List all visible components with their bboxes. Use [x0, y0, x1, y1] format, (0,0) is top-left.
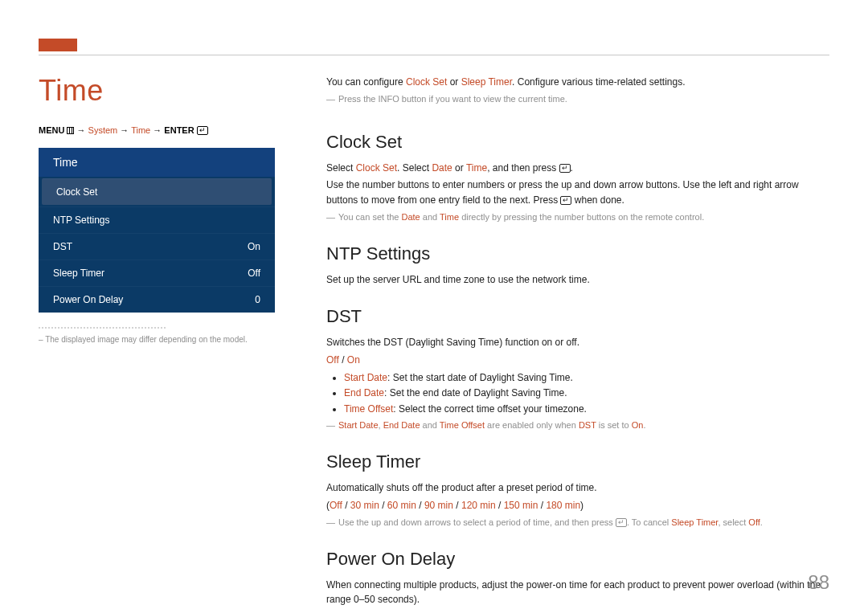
note-text: Start Date, End Date and Time Offset are…: [338, 419, 645, 432]
note-text: You can set the Date and Time directly b…: [338, 210, 704, 224]
text: , select: [718, 517, 748, 527]
menu-item-ntp-settings[interactable]: NTP Settings: [39, 206, 275, 233]
dst-bullet-list: Start Date: Set the start date of Daylig…: [344, 370, 829, 417]
text-hl: End Date: [344, 387, 384, 398]
sleep-option: Off: [330, 500, 342, 511]
text-hl: Start Date: [344, 372, 387, 383]
text: . To cancel: [627, 517, 671, 527]
text-hl: Time: [440, 212, 459, 222]
intro-note: ― Press the INFO button if you want to v…: [326, 92, 829, 106]
text-hl: Off: [748, 517, 760, 527]
menu-item-sleep-timer[interactable]: Sleep Timer Off: [39, 260, 275, 286]
text: /: [339, 354, 347, 366]
dash-icon: ―: [326, 516, 335, 529]
text-hl: Clock Set: [406, 76, 447, 88]
menu-item-label: Clock Set: [56, 186, 97, 198]
text-hl: Time Offset: [440, 420, 485, 430]
text: when done.: [571, 194, 624, 206]
sleep-option: 60 min: [387, 500, 416, 511]
sleep-note: ― Use the up and down arrows to select a…: [326, 516, 829, 529]
enter-icon: ↵: [616, 518, 627, 527]
breadcrumb-enter-label: ENTER: [164, 125, 194, 135]
page-number: 88: [808, 571, 829, 594]
enter-icon: ↵: [559, 164, 571, 173]
menu-item-value: Off: [248, 268, 260, 279]
clock-set-p1: Select Clock Set. Select Date or Time, a…: [326, 161, 829, 176]
menu-item-value: On: [248, 241, 260, 252]
sleep-options: (Off / 30 min / 60 min / 90 min / 120 mi…: [326, 498, 829, 513]
clock-set-p2: Use the number buttons to enter numbers …: [326, 178, 829, 207]
text: Use the up and down arrows to select a p…: [338, 517, 616, 527]
menu-item-dst[interactable]: DST On: [39, 233, 275, 260]
text: You can configure: [326, 76, 406, 88]
dst-p1: Switches the DST (Daylight Saving Time) …: [326, 335, 829, 350]
left-column: Time MENU → System → Time → ENTER ↵ Time…: [39, 74, 275, 589]
list-item: Time Offset: Select the correct time off…: [344, 402, 829, 417]
right-column: You can configure Clock Set or Sleep Tim…: [326, 74, 829, 589]
enter-icon: ↵: [560, 196, 571, 205]
menu-header: Time: [39, 148, 275, 177]
breadcrumb-time: Time: [131, 125, 150, 135]
menu-panel: Time Clock Set NTP Settings DST On Sleep…: [39, 148, 275, 313]
power-delay-p1: When connecting multiple products, adjus…: [326, 578, 829, 607]
dst-toggle: Off / On: [326, 353, 829, 368]
dash-icon: ―: [326, 419, 335, 432]
sleep-option: 90 min: [424, 500, 453, 511]
menu-item-label: Sleep Timer: [53, 268, 104, 279]
text: are enabled only when: [485, 420, 579, 430]
menu-icon: [67, 127, 74, 134]
breadcrumb-system: System: [88, 125, 118, 135]
note-text: Use the up and down arrows to select a p…: [338, 516, 763, 529]
text: : Select the correct time offset your ti…: [393, 403, 587, 415]
text-hl: DST: [579, 420, 596, 430]
sleep-option: 120 min: [461, 500, 496, 511]
text: or: [447, 76, 461, 88]
breadcrumb-menu-label: MENU: [39, 125, 64, 135]
text: : Set the end date of Daylight Saving Ti…: [384, 387, 567, 398]
text: .: [643, 420, 645, 430]
text-hl: Time Offset: [344, 403, 393, 415]
breadcrumb: MENU → System → Time → ENTER ↵: [39, 125, 275, 135]
text-hl: On: [347, 354, 360, 366]
text: .: [571, 162, 573, 174]
intro-line: You can configure Clock Set or Sleep Tim…: [326, 75, 829, 90]
heading-power-on-delay: Power On Delay: [326, 546, 829, 573]
text: is set to: [596, 420, 632, 430]
menu-item-label: DST: [53, 241, 72, 252]
text-hl: On: [632, 420, 644, 430]
text: : Set the start date of Daylight Saving …: [387, 372, 573, 383]
dash-icon: ―: [326, 92, 335, 106]
text-hl: Date: [432, 162, 452, 174]
menu-item-clock-set[interactable]: Clock Set: [42, 178, 272, 205]
list-item: End Date: Set the end date of Daylight S…: [344, 386, 829, 401]
text: or: [452, 162, 466, 174]
text: Select: [326, 162, 356, 174]
text-hl: Clock Set: [356, 162, 397, 174]
text: . Select: [397, 162, 432, 174]
list-item: Start Date: Set the start date of Daylig…: [344, 370, 829, 386]
text-hl: End Date: [383, 420, 420, 430]
menu-item-power-on-delay[interactable]: Power On Delay 0: [39, 286, 275, 313]
text-hl: Off: [326, 354, 339, 366]
note-text: Press the INFO button if you want to vie…: [338, 92, 567, 106]
text-hl: Start Date: [338, 420, 379, 430]
menu-item-label: Power On Delay: [53, 294, 123, 305]
enter-icon: ↵: [197, 126, 208, 135]
accent-decor: [39, 39, 77, 51]
footnote: – The displayed image may differ dependi…: [39, 335, 275, 344]
text: and: [420, 420, 440, 430]
text: and: [420, 212, 440, 222]
menu-item-value: 0: [255, 294, 260, 305]
text-hl: Sleep Timer: [461, 76, 512, 88]
top-rule: [39, 55, 829, 55]
sleep-option: 30 min: [350, 500, 379, 511]
page-content: Time MENU → System → Time → ENTER ↵ Time…: [39, 74, 829, 589]
heading-ntp: NTP Settings: [326, 240, 829, 268]
text: You can set the: [338, 212, 402, 222]
clock-set-note: ― You can set the Date and Time directly…: [326, 210, 829, 224]
sleep-option: 150 min: [504, 500, 538, 511]
page-title: Time: [39, 74, 275, 108]
text-hl: Time: [466, 162, 487, 174]
menu-item-label: NTP Settings: [53, 215, 109, 226]
text: . Configure various time-related setting…: [512, 76, 685, 88]
